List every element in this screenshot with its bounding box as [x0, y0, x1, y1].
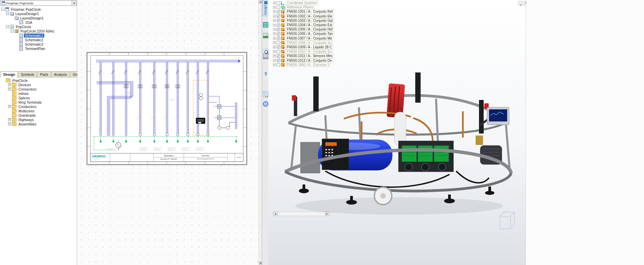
design-item-overbraids[interactable]: Overbraids [0, 113, 77, 117]
schematic-sheet[interactable]: SIEMENS Schematic1 Document N°: PopCircl… [87, 52, 247, 165]
feature-row-fn500-1011[interactable]: ✓FN500-1011 / A - Sensora Mes [273, 54, 334, 58]
design-item-connectors[interactable]: +Connectors [0, 87, 77, 91]
harness-grid-icon[interactable] [263, 22, 268, 28]
tab-parts[interactable]: Parts [37, 71, 51, 77]
feature-label[interactable]: FN500-1003 / A - Conjunto Gal [285, 18, 334, 23]
visibility-checkbox[interactable]: ✓ [277, 19, 280, 22]
feature-label[interactable]: FN500-1002 / A - Conjunto Ele [285, 14, 334, 18]
expander-icon[interactable] [273, 63, 276, 66]
expander-icon[interactable] [273, 50, 276, 53]
expander-icon[interactable]: - [6, 12, 9, 15]
visibility-checkbox[interactable]: ✓ [277, 45, 280, 49]
visibility-checkbox[interactable] [277, 6, 280, 9]
feature-label[interactable]: Coordinate Systems [285, 1, 318, 5]
visibility-checkbox[interactable] [277, 1, 280, 5]
design-item-multicores[interactable]: Multicores [0, 109, 77, 113]
table-icon[interactable] [263, 91, 268, 97]
tab-symbols[interactable]: Symbols [18, 71, 37, 77]
visibility-checkbox[interactable]: ✓ [277, 10, 280, 13]
feature-row-fn500-1012[interactable]: ✓FN500-1012 / A - Conjunto De [273, 58, 334, 62]
visibility-checkbox[interactable]: ✓ [277, 32, 280, 36]
feature-label[interactable]: FN500-1009 / A - Liquido 28 C [285, 45, 333, 49]
tree-item-schematic2[interactable]: Schematic2 [0, 38, 77, 42]
feature-label[interactable]: FN500-1006 / A - Conjunto Tan [285, 32, 334, 36]
schematic-canvas[interactable]: SIEMENS Schematic1 Document N°: PopCircl… [77, 0, 259, 265]
expander-icon[interactable]: - [1, 8, 4, 11]
feature-label[interactable]: FN500-1800 / A - Extractor:1 [285, 63, 331, 67]
visibility-checkbox[interactable] [277, 41, 280, 44]
feature-label[interactable]: FN500-1011 / A - Sensora Mes [285, 54, 334, 58]
tree-item-1ga[interactable]: 1GA [0, 20, 77, 24]
design-item-ring-terminals[interactable]: Ring Terminals [0, 100, 77, 104]
feature-row-fn500-1004[interactable]: ✓FN500-1004 / A - Conjunto Est [273, 23, 334, 27]
tree-item-schematic1[interactable]: Schematic1 [0, 33, 77, 38]
feature-row-fn500-1007[interactable]: ✓FN500-1007 / A - Conjunto Me [273, 36, 334, 41]
expander-icon[interactable] [273, 59, 276, 62]
expander-icon[interactable] [273, 46, 276, 48]
machine-3d-render[interactable] [275, 71, 523, 219]
tree-item-layoutdesign1-child[interactable]: LayoutDesign1 [0, 16, 77, 20]
design-item-popcircle[interactable]: PopCircle [0, 78, 77, 83]
feature-row-fn500-1008[interactable]: FN500-1008 / A - Conjunto Su [273, 41, 334, 45]
expander-icon[interactable] [273, 19, 276, 22]
expander-icon[interactable]: + [8, 88, 11, 91]
tree-item-layoutdesign1[interactable]: -LayoutDesign1 [0, 11, 77, 16]
feature-label[interactable]: FN500-1012 / A - Conjunto De [285, 58, 333, 63]
chevron-down-icon[interactable] [71, 1, 76, 5]
expander-icon[interactable] [273, 10, 276, 13]
feature-row-fn500-1001[interactable]: ✓FN500-1001 / A - Conjunto Ref [273, 9, 334, 14]
globe-icon[interactable] [263, 101, 268, 107]
design-item-devices[interactable]: +Devices [0, 83, 77, 87]
visibility-checkbox[interactable]: ✓ [277, 54, 280, 58]
project-selector[interactable]: Finamac PopCircle [0, 0, 76, 6]
collapse-panel-icon[interactable] [519, 1, 523, 5]
expander-icon[interactable]: - [11, 30, 14, 33]
expander-icon[interactable] [273, 37, 276, 40]
expander-icon[interactable] [273, 41, 276, 44]
design-item-inlines[interactable]: Inlines [0, 91, 77, 96]
visibility-checkbox[interactable]: ✓ [277, 14, 280, 18]
feature-row-coordinate-systems[interactable]: Coordinate Systems [273, 1, 334, 5]
feature-row-fn500-1002[interactable]: ✓FN500-1002 / A - Conjunto Ele [273, 14, 334, 18]
expander-icon[interactable] [273, 2, 276, 4]
tab-design[interactable]: Design [1, 71, 18, 77]
expander-icon[interactable]: - [6, 25, 9, 28]
orientation-cube[interactable] [497, 208, 517, 232]
design-item-assemblies[interactable]: +Assemblies [0, 122, 77, 126]
expander-icon[interactable]: + [8, 118, 11, 121]
tree-item-termianlplan[interactable]: TermianlPlan [0, 46, 77, 51]
3d-viewport[interactable]: Coordinate Systems Reference Planes ✓FN5… [268, 0, 526, 265]
expander-icon[interactable] [273, 33, 276, 35]
feature-row-fn500-1800[interactable]: FN500-1800 / A - Extractor:1 [273, 63, 334, 67]
visibility-checkbox[interactable]: ✓ [277, 23, 280, 27]
feature-label[interactable]: FN500-1005 / A - Conjunto Hid [285, 27, 334, 32]
tree-item-schematic3[interactable]: Schematic3 [0, 42, 77, 46]
tree-item-finamac-popcircle[interactable]: -Finamac PopCircle [0, 7, 77, 11]
tree-item-popcircle[interactable]: -PopCircle [0, 24, 77, 29]
visibility-checkbox[interactable] [277, 50, 280, 53]
feature-label[interactable]: Reference Planes [285, 5, 315, 9]
feature-row-reference-planes[interactable]: Reference Planes [273, 5, 334, 9]
library-tab[interactable]: Library [262, 0, 269, 16]
feature-row-fn500-1006[interactable]: ✓FN500-1006 / A - Conjunto Tan [273, 32, 334, 36]
feature-label[interactable]: FN500-1008 / A - Conjunto Su [285, 41, 333, 45]
feature-label[interactable]: FN500-1001 / A - Conjunto Ref [285, 9, 334, 14]
help-icon[interactable] [263, 72, 268, 77]
feature-row-fn500-1003[interactable]: ✓FN500-1003 / A - Conjunto Gal [273, 18, 334, 23]
expander-icon[interactable]: + [8, 122, 11, 125]
canvas-vertical-scrollbar[interactable] [259, 0, 262, 265]
feature-row-fn500-1010[interactable]: FN500-1010 / A - Conjunto Su [273, 49, 334, 54]
scroll-down-icon[interactable] [259, 262, 262, 265]
feature-label[interactable]: FN500-1007 / A - Conjunto Me [285, 36, 333, 41]
feature-row-fn500-1009[interactable]: ✓FN500-1009 / A - Liquido 28 C [273, 45, 334, 49]
expander-icon[interactable]: + [8, 83, 11, 86]
scroll-up-icon[interactable] [259, 0, 262, 3]
tab-analysis[interactable]: Analysis [51, 71, 70, 77]
design-item-splices[interactable]: Splices [0, 96, 77, 100]
expander-icon[interactable] [273, 6, 276, 9]
design-item-conductors[interactable]: +Conductors [0, 104, 77, 109]
design-item-highways[interactable]: +Highways [0, 117, 77, 122]
feature-label[interactable]: FN500-1004 / A - Conjunto Est [285, 23, 334, 27]
visibility-checkbox[interactable]: ✓ [277, 37, 280, 40]
image-icon[interactable] [263, 33, 268, 38]
